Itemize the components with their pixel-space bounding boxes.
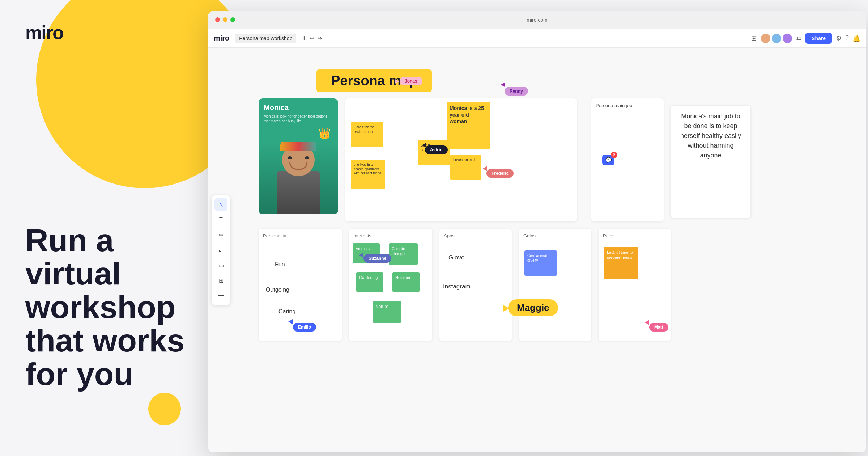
- monica-name: Monica: [264, 104, 333, 112]
- help-icon[interactable]: ?: [845, 34, 849, 42]
- yellow-dot-decoration: [148, 393, 181, 425]
- settings-icon[interactable]: ⚙: [836, 34, 842, 42]
- minimize-dot[interactable]: [223, 17, 227, 22]
- cursor-arrow-emilio: [288, 319, 293, 324]
- monica-card: Monica Monica is looking for better food…: [259, 98, 338, 214]
- browser-dots: [215, 17, 235, 22]
- sticky-climate-change[interactable]: Climate change: [389, 243, 418, 265]
- sticky-cares-env[interactable]: Cares for the environment: [351, 122, 383, 147]
- pains-label: Pains: [603, 233, 667, 238]
- miro-logo-toolbar[interactable]: miro: [214, 34, 229, 42]
- maximize-dot[interactable]: [230, 17, 235, 22]
- sticky-nature[interactable]: Nature: [373, 301, 401, 323]
- gains-label: Gains: [523, 233, 587, 238]
- board-name-button[interactable]: Persona map workshop: [235, 34, 296, 43]
- interests-label: Interests: [353, 233, 428, 238]
- person-body: [277, 171, 320, 214]
- right-eye: [305, 156, 309, 159]
- sticky-shared-apt[interactable]: she lives in a shared apartment with her…: [351, 160, 385, 189]
- sticky-nutrition[interactable]: Nutrition: [392, 272, 420, 292]
- undo-icon[interactable]: ↩: [310, 35, 314, 42]
- sticky-loves-animals[interactable]: Loves animals: [450, 155, 481, 180]
- personality-label: Personality: [263, 233, 337, 238]
- pen-tool[interactable]: ✏: [214, 228, 227, 241]
- tool-panel: ↖ T ✏ 🖊 ▭ ⊞ •••: [212, 195, 230, 305]
- miro-logo-left: miro: [25, 22, 63, 43]
- cursor-emilio: Emilio: [293, 323, 316, 332]
- canvas-area: ↖ T ✏ 🖊 ▭ ⊞ ••• Persona map Monica Monic…: [208, 48, 866, 452]
- browser-chrome: miro.com: [208, 11, 866, 29]
- sticky-gardening[interactable]: Gardening: [356, 272, 383, 292]
- cursor-tool[interactable]: ↖: [214, 198, 227, 211]
- cursor-arrow-matt: [645, 320, 649, 325]
- miro-toolbar: miro Persona map workshop ⬆ ↩ ↪ ⊞ 11 Sha…: [208, 29, 866, 48]
- cursor-renny: Renny: [505, 87, 528, 96]
- cursor-arrow-frederic: [483, 166, 487, 171]
- apps-label: Apps: [444, 233, 507, 238]
- person-head: [282, 144, 315, 176]
- monica-photo: [259, 142, 338, 214]
- cursor-arrow-astrid: [422, 143, 426, 148]
- tagline: Run a virtual workshop that works for yo…: [25, 224, 210, 391]
- avatar-2: [771, 33, 782, 44]
- avatar-1: [760, 33, 771, 44]
- outgoing-text: Outgoing: [266, 287, 289, 293]
- upload-icon[interactable]: ⬆: [302, 35, 307, 42]
- text-tool[interactable]: T: [214, 213, 227, 226]
- cursor-astrid: Astrid: [425, 145, 448, 154]
- person-figure: [273, 147, 324, 214]
- headband: [280, 142, 316, 151]
- browser-url: miro.com: [527, 17, 548, 23]
- sticky-lack-of-time[interactable]: Lack of time to prepare meals: [604, 247, 638, 279]
- toolbar-right: ⊞ 11 Share ⚙ ? 🔔: [751, 33, 860, 44]
- persona-main-job-label: Persona main job: [596, 103, 659, 108]
- redo-icon[interactable]: ↪: [317, 35, 322, 42]
- gains-box: Gains: [519, 229, 591, 341]
- toolbar-icons: ⬆ ↩ ↪: [302, 35, 322, 42]
- close-dot[interactable]: [215, 17, 220, 22]
- instagram-text: Instagram: [443, 283, 471, 290]
- monica-desc: Monica is looking for better food option…: [264, 114, 333, 123]
- caring-text: Caring: [278, 308, 295, 315]
- left-eye: [288, 156, 292, 159]
- cursor-arrow-maggie: [503, 305, 509, 312]
- cursor-frederic: Frederic: [486, 169, 514, 178]
- fun-text: Fun: [275, 261, 285, 268]
- share-button[interactable]: Share: [805, 33, 832, 44]
- sticky-monica-age[interactable]: Monica is a 25 year old woman: [447, 102, 490, 149]
- notification-icon[interactable]: 🔔: [852, 34, 860, 42]
- frame-tool[interactable]: ▭: [214, 259, 227, 272]
- sticky-cero-animal-cruelty[interactable]: Cero animal cruelty: [524, 250, 557, 276]
- cursor-arrow-suzanne: [359, 253, 363, 258]
- glovo-text: Glovo: [448, 254, 464, 261]
- more-tools[interactable]: •••: [214, 289, 227, 302]
- cursor-suzanne: Suzanne: [363, 254, 391, 263]
- cursor-matt: Matt: [649, 323, 668, 332]
- browser-window: miro.com miro Persona map workshop ⬆ ↩ ↪…: [208, 11, 866, 452]
- comment-icon[interactable]: 💬 2: [602, 155, 614, 165]
- grid-icon: ⊞: [751, 34, 757, 42]
- cursor-arrow-renny: [501, 82, 505, 87]
- brush-tool[interactable]: 🖊: [214, 244, 227, 257]
- crown-icon: 👑: [318, 127, 331, 139]
- left-panel: miro Run a virtual workshop that works f…: [0, 0, 210, 456]
- cursor-maggie: Maggie: [508, 299, 558, 316]
- cursor-jonas: Jonas: [400, 77, 422, 85]
- avatar-3: [782, 33, 793, 44]
- avatar-group: [760, 33, 793, 44]
- avatar-count: 11: [796, 35, 801, 41]
- cursor-arrow-jonas: [395, 79, 399, 84]
- crop-tool[interactable]: ⊞: [214, 274, 227, 287]
- smile: [289, 162, 307, 170]
- persona-main-job-text: Monica's main job to be done is to keep …: [671, 106, 750, 218]
